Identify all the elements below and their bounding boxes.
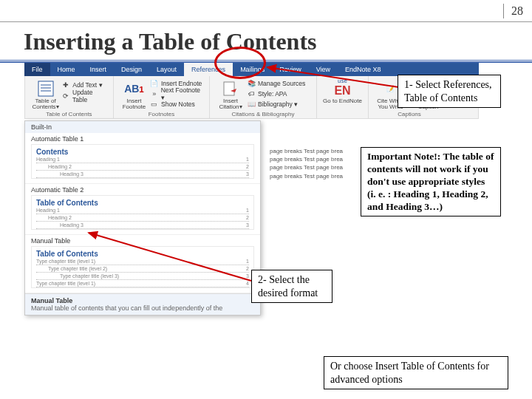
gallery-item-title: Automatic Table 2 — [31, 186, 254, 194]
document-body-text: page breaks Test page breapage breaks Te… — [270, 147, 373, 180]
gallery-item-0[interactable]: Automatic Table 1ContentsHeading 11Headi… — [25, 133, 260, 184]
gallery-item-2[interactable]: Manual TableTable of ContentsType chapte… — [25, 235, 260, 293]
gallery-item-title: Manual Table — [31, 237, 254, 245]
group-endnote: use EN Go to EndNote — [317, 76, 369, 118]
group-label: Footnotes — [114, 111, 209, 117]
next-icon: » — [150, 89, 159, 98]
gallery-header: Built-In — [25, 121, 260, 133]
style-select[interactable]: 🏷Style: APA — [247, 89, 305, 99]
toc-gallery: Built-In Automatic Table 1ContentsHeadin… — [24, 120, 261, 316]
gallery-footer-title: Manual Table — [31, 297, 254, 304]
insert-citation-button[interactable]: Insert Citation▾ — [214, 78, 247, 110]
slide-content: FileHomeInsertDesignLayoutReferencesMail… — [0, 63, 532, 392]
group-label: Table of Contents — [25, 111, 113, 117]
group-label: Citations & Bibliography — [210, 111, 316, 117]
gallery-preview: Table of ContentsHeading 11Heading 22Hea… — [31, 195, 254, 230]
tab-endnote-x8[interactable]: EndNote X8 — [338, 63, 389, 76]
footnote-icon: AB1 — [124, 79, 143, 98]
gallery-preview: Table of ContentsType chapter title (lev… — [31, 246, 254, 288]
header-divider — [503, 4, 504, 18]
en-logo[interactable]: EN — [321, 84, 364, 98]
group-toc: Table of Contents▾ ✚Add Text ▾ ⟳Update T… — [25, 76, 114, 118]
insert-footnote-button[interactable]: AB1 Insert Footnote — [118, 78, 150, 110]
callout-step1: 1- Select References, Table of Contents — [398, 75, 501, 108]
update-table-button[interactable]: ⟳Update Table — [61, 91, 109, 101]
tab-review[interactable]: Review — [272, 63, 309, 76]
tab-view[interactable]: View — [309, 63, 338, 76]
refresh-icon: ⟳ — [61, 92, 70, 100]
bibliography-button[interactable]: 📖Bibliography ▾ — [247, 99, 305, 109]
toc-icon — [36, 79, 55, 98]
tab-design[interactable]: Design — [114, 63, 149, 76]
gallery-footer[interactable]: Manual Table Manual table of contents th… — [25, 293, 260, 315]
gallery-footer-desc: Manual table of contents that you can fi… — [31, 304, 254, 312]
gallery-item-title: Automatic Table 1 — [31, 135, 254, 143]
page-number: 28 — [511, 4, 523, 18]
tab-layout[interactable]: Layout — [149, 63, 184, 76]
sources-icon: 📚 — [247, 79, 256, 88]
slide-header: 28 — [0, 0, 532, 22]
toc-label: Table of Contents▾ — [30, 98, 61, 110]
style-icon: 🏷 — [247, 89, 256, 98]
gallery-item-1[interactable]: Automatic Table 2Table of ContentsHeadin… — [25, 184, 260, 235]
group-label: Captions — [369, 111, 450, 117]
tab-insert[interactable]: Insert — [83, 63, 115, 76]
svg-rect-0 — [38, 81, 53, 96]
gallery-preview: ContentsHeading 11Heading 22Heading 33 — [31, 144, 254, 179]
citation-icon — [221, 79, 240, 98]
biblio-icon: 📖 — [247, 100, 256, 109]
manage-sources-button[interactable]: 📚Manage Sources — [247, 78, 305, 89]
notes-icon: ▭ — [150, 100, 159, 109]
callout-step2: 2- Select the desired format — [251, 270, 332, 303]
next-footnote-button[interactable]: »Next Footnote ▾ — [150, 89, 205, 99]
show-notes-button[interactable]: ▭Show Notes — [150, 99, 205, 109]
callout-advanced: Or choose Insert Table of Contents for a… — [324, 356, 508, 389]
svg-rect-4 — [224, 82, 234, 95]
slide: 28 Inserting a Table of Contents FileHom… — [0, 0, 532, 399]
tab-home[interactable]: Home — [50, 63, 83, 76]
goto-endnote-button[interactable]: Go to EndNote — [321, 98, 364, 104]
highlight-circle — [214, 47, 266, 79]
en-use-label: use — [321, 78, 364, 84]
tab-file[interactable]: File — [24, 63, 50, 76]
callout-important-note: Important Note!: The table of contents w… — [361, 147, 501, 216]
group-citations: Insert Citation▾ 📚Manage Sources 🏷Style:… — [210, 76, 317, 118]
toc-button[interactable]: Table of Contents▾ — [30, 78, 61, 110]
plus-icon: ✚ — [61, 81, 70, 89]
group-footnotes: AB1 Insert Footnote 📄Insert Endnote »Nex… — [114, 76, 210, 118]
slide-title: Inserting a Table of Contents — [0, 22, 532, 60]
endnote-icon: 📄 — [150, 79, 159, 88]
